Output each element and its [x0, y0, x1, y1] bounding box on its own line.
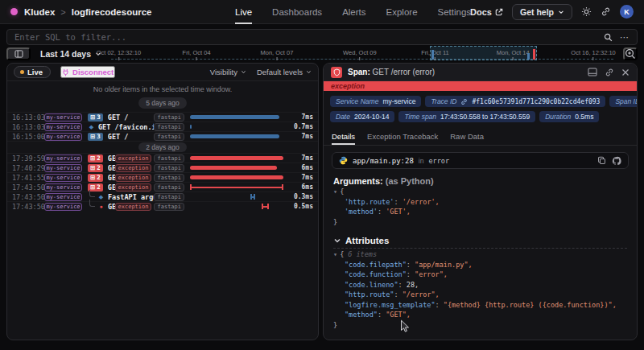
timeline-tick-mark	[513, 57, 514, 60]
row-timestamp: 17:43:50	[12, 193, 44, 201]
timeline-tick-mark	[593, 57, 594, 60]
span-count-badge[interactable]: ⊞3	[88, 113, 103, 121]
sql-filter-bar: ⋯	[6, 29, 638, 45]
arguments-code-block: ▾{'http.route': '/error','method': 'GET'…	[333, 187, 627, 227]
nav-right-cluster: Docs Get help K	[470, 4, 634, 20]
span-count-badge[interactable]: ⊞2	[88, 174, 103, 182]
span-count-badge[interactable]: ⊞2	[88, 154, 103, 163]
timeline-zoom-button[interactable]	[623, 47, 638, 60]
fold-arrow-icon[interactable]: ▾	[333, 250, 337, 258]
nav-tab-alerts[interactable]: Alerts	[342, 0, 365, 24]
code-separator: :	[394, 198, 402, 206]
breadcrumb-separator: >	[60, 7, 65, 17]
timeline-histogram-bar	[431, 50, 434, 60]
duration-bar	[262, 206, 269, 208]
get-help-label: Get help	[520, 7, 554, 17]
detail-tab-details[interactable]: Details	[332, 130, 355, 145]
live-status-dot-icon	[20, 70, 24, 74]
row-timestamp: 17:43:50	[12, 203, 44, 211]
nested-spans-icon: ⊞	[90, 175, 95, 181]
nav-tab-settings[interactable]: Settings	[438, 0, 472, 24]
fastapi-tag: fastapi	[154, 154, 184, 163]
span-message: GET /	[108, 133, 155, 141]
sidebar-toggle-button[interactable]	[6, 47, 31, 60]
code-line: "code.filepath": "app/main.py",	[333, 260, 627, 270]
span-count-badge[interactable]: ⊞3	[88, 133, 103, 141]
docs-label: Docs	[470, 7, 492, 17]
timeline-tick-mark	[118, 57, 119, 60]
duration-bar	[190, 115, 279, 119]
dock-panel-icon[interactable]	[588, 68, 597, 76]
tag-list: fastapi	[154, 113, 184, 121]
span-message: GET /error	[108, 164, 115, 172]
breadcrumb-project[interactable]: logfirecodesource	[72, 7, 152, 17]
span-detail-panel: Span: GET /error (error) exception Servi…	[323, 63, 638, 340]
duration-bar-track	[190, 132, 283, 141]
breadcrumb-org[interactable]: Kludex	[24, 7, 55, 17]
detail-tab-exception-traceback[interactable]: Exception Traceback	[367, 130, 438, 145]
code-value: 28,	[407, 281, 419, 289]
duration-label: 7ms	[289, 174, 313, 181]
get-help-button[interactable]: Get help	[512, 4, 572, 20]
link-icon[interactable]	[460, 98, 468, 105]
docs-link[interactable]: Docs	[470, 7, 503, 17]
duration-label: 0.3ms	[289, 193, 313, 200]
span-marker-icon: ◆	[97, 194, 105, 200]
service-badge: my-service	[44, 133, 82, 141]
timeline-track[interactable]: Oct 02, 12:32:10 Fri, Oct 04 Mon, Oct 07…	[111, 47, 613, 60]
time-range-selector[interactable]: Last 14 days	[40, 49, 101, 59]
live-button-label: Live	[27, 68, 43, 76]
trace-row[interactable]: 17:41:55 my-service ⊞2 GET /error except…	[7, 172, 318, 182]
trace-row[interactable]: 16:13:03 my-service ⊞3 GET / fastapi 7ms	[7, 112, 318, 121]
attributes-title: Attributes	[345, 236, 389, 245]
github-icon[interactable]	[612, 156, 621, 166]
trace-row[interactable]: 17:43:50 my-service ◆ FastAPI arguments …	[7, 191, 318, 201]
live-button[interactable]: Live	[14, 66, 51, 78]
span-count-badge[interactable]: ⊞2	[88, 164, 103, 172]
code-key: 'method'	[345, 208, 378, 216]
fastapi-tag: fastapi	[154, 183, 184, 191]
more-options-icon[interactable]: ⋯	[620, 33, 630, 42]
code-separator: :	[407, 270, 415, 278]
trace-row[interactable]: 17:39:59 my-service ⊞2 GET /error except…	[7, 153, 318, 163]
service-badge: my-service	[44, 113, 82, 121]
copy-icon[interactable]	[597, 156, 606, 165]
fastapi-tag: fastapi	[154, 164, 184, 172]
search-icon[interactable]	[604, 33, 613, 42]
trace-row[interactable]: 16:15:00 my-service ⊞3 GET / fastapi 7ms	[7, 131, 318, 141]
exception-banner: exception	[324, 81, 637, 91]
trace-row[interactable]: 17:43:50 my-service ⊞2 GET /error except…	[7, 182, 318, 191]
code-key: "code.filepath"	[345, 261, 407, 269]
duration-bar	[190, 125, 192, 129]
live-panel-header: Live Disconnect Visibility Default level…	[7, 64, 318, 81]
attributes-header[interactable]: Attributes	[333, 236, 627, 249]
code-fold-line[interactable]: ▾{	[333, 187, 627, 197]
user-avatar[interactable]: K	[620, 5, 634, 19]
chevron-down-icon	[333, 237, 341, 245]
timeline-tick-label: Wed, Oct 09	[343, 49, 377, 56]
duration-bar-track	[190, 122, 283, 131]
copy-link-icon[interactable]	[605, 68, 614, 77]
visibility-dropdown[interactable]: Visibility	[210, 68, 246, 76]
code-fold-line[interactable]: ▾{6 items	[333, 249, 627, 260]
default-levels-dropdown[interactable]: Default levels	[257, 68, 312, 76]
close-icon[interactable]	[621, 68, 630, 76]
theme-toggle-button[interactable]	[581, 6, 592, 17]
nav-tab-live[interactable]: Live	[235, 0, 252, 24]
span-detail-header: Span: GET /error (error)	[324, 64, 637, 81]
disconnect-button[interactable]: Disconnect	[60, 66, 115, 78]
trace-row[interactable]: 16:13:03 my-service ◆ GET /favicon.ico f…	[7, 121, 318, 131]
duration-bar	[190, 187, 283, 188]
fold-arrow-icon[interactable]: ▾	[333, 187, 337, 196]
row-timestamp: 17:40:29	[12, 164, 44, 172]
detail-tab-raw-data[interactable]: Raw Data	[450, 130, 484, 145]
tree-elbow-icon	[89, 200, 95, 207]
duration-bar	[250, 196, 255, 198]
nav-tab-dashboards[interactable]: Dashboards	[272, 0, 322, 24]
code-filepath[interactable]: app/main.py:28	[353, 157, 414, 165]
sql-filter-input[interactable]	[14, 32, 604, 42]
trace-row[interactable]: 17:43:50 my-service ● GET /error (error)…	[7, 201, 318, 211]
nav-tab-explore[interactable]: Explore	[386, 0, 418, 24]
trace-row[interactable]: 17:40:29 my-service ⊞2 GET /error except…	[7, 163, 318, 172]
share-link-button[interactable]	[601, 6, 611, 17]
